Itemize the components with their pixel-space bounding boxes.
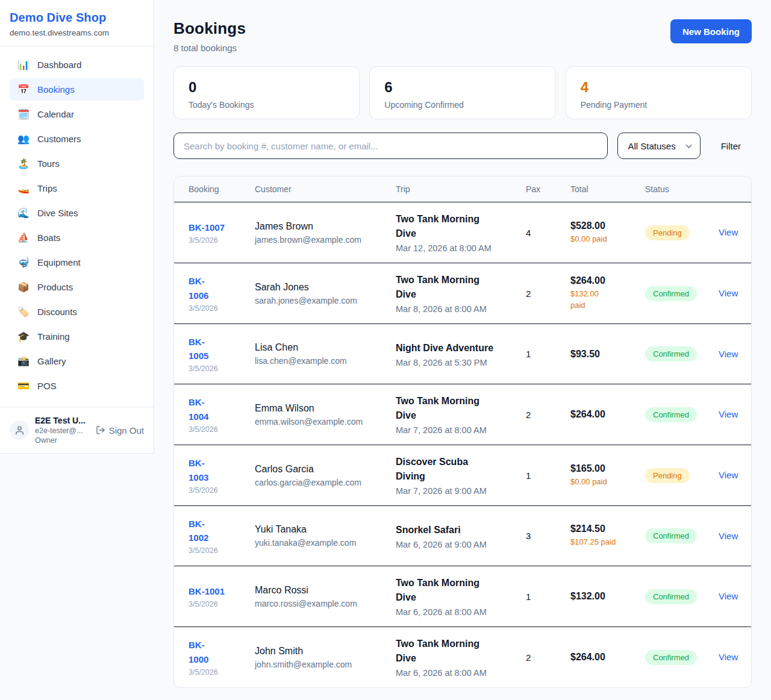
total-cell: $264.00 — [570, 409, 645, 420]
dive-sites-icon: 🌊 — [17, 208, 30, 218]
customer-email: james.brown@example.com — [255, 235, 396, 245]
customer-name: Emma Wilson — [255, 403, 396, 414]
booking-date: 3/5/2026 — [189, 304, 255, 313]
sign-out-icon — [96, 425, 105, 435]
total-cell: $264.00 $132.00 paid — [570, 275, 645, 311]
sidebar-item-training[interactable]: 🎓 Training — [10, 325, 144, 348]
table-row: BK-1007 3/5/2026 James Brown james.brown… — [174, 202, 751, 263]
status-cell: Confirmed — [645, 589, 719, 604]
booking-link[interactable]: BK- 1006 — [189, 274, 208, 302]
sidebar-item-boats[interactable]: ⛵ Boats — [10, 227, 144, 249]
trip-name: Two Tank Morning Dive — [396, 273, 526, 302]
filter-button[interactable]: Filter — [710, 133, 752, 159]
column-header-total: Total — [570, 184, 645, 194]
stat-label: Today's Bookings — [189, 100, 345, 110]
sign-out-label: Sign Out — [109, 425, 144, 436]
status-badge: Confirmed — [645, 528, 697, 543]
booking-cell: BK- 1006 3/5/2026 — [189, 274, 255, 313]
customer-email: marco.rossi@example.com — [255, 599, 396, 608]
table-row: BK- 1004 3/5/2026 Emma Wilson emma.wilso… — [174, 384, 751, 445]
customer-cell: Emma Wilson emma.wilson@example.com — [255, 403, 396, 427]
status-badge: Confirmed — [645, 589, 697, 604]
sidebar-item-pos[interactable]: 💳 POS — [10, 375, 144, 397]
sign-out-button[interactable]: Sign Out — [96, 425, 144, 436]
trip-name: Two Tank Morning Dive — [396, 212, 526, 241]
booking-date: 3/5/2026 — [189, 364, 255, 373]
booking-link[interactable]: BK- 1005 — [189, 335, 208, 363]
sidebar: Demo Dive Shop demo.test.divestreams.com… — [0, 0, 154, 454]
view-link[interactable]: View — [719, 288, 738, 298]
sidebar-item-dashboard[interactable]: 📊 Dashboard — [10, 54, 144, 76]
table-body: BK-1007 3/5/2026 James Brown james.brown… — [174, 202, 751, 687]
total-amount: $264.00 — [570, 652, 645, 663]
booking-link[interactable]: BK-1007 — [189, 220, 225, 234]
avatar — [10, 420, 29, 440]
booking-date: 3/5/2026 — [189, 600, 255, 608]
sidebar-item-label: Dive Sites — [37, 208, 78, 218]
sidebar-item-label: Training — [37, 331, 70, 342]
sidebar-item-bookings[interactable]: 📅 Bookings — [10, 78, 144, 101]
main-content: Bookings 8 total bookings New Booking 0 … — [154, 0, 771, 700]
customer-email: yuki.tanaka@example.com — [255, 538, 396, 548]
stat-value: 0 — [189, 79, 345, 96]
table-controls: All Statuses Filter — [173, 133, 752, 159]
view-link[interactable]: View — [719, 470, 738, 480]
booking-link[interactable]: BK- 1003 — [189, 456, 208, 484]
sidebar-item-calendar[interactable]: 🗓️ Calendar — [10, 103, 144, 125]
pax-count: 1 — [526, 470, 570, 481]
trip-datetime: Mar 6, 2026 at 8:00 AM — [396, 668, 526, 678]
pax-count: 2 — [526, 289, 570, 299]
sidebar-item-label: POS — [37, 381, 57, 391]
table-header-row: Booking Customer Trip Pax Total Status — [174, 177, 751, 202]
sidebar-item-trips[interactable]: 🚤 Trips — [10, 177, 144, 199]
sidebar-item-equipment[interactable]: 🤿 Equipment — [10, 251, 144, 273]
view-link[interactable]: View — [719, 591, 738, 601]
user-role: Owner — [35, 436, 90, 445]
booking-link[interactable]: BK-1001 — [189, 584, 225, 598]
customer-cell: Lisa Chen lisa.chen@example.com — [255, 342, 396, 366]
trip-cell: Two Tank Morning Dive Mar 6, 2026 at 8:0… — [396, 576, 526, 617]
sidebar-item-customers[interactable]: 👥 Customers — [10, 128, 144, 150]
column-header-customer: Customer — [255, 184, 396, 194]
page-title: Bookings — [173, 19, 246, 38]
booking-cell: BK- 1000 3/5/2026 — [189, 638, 255, 677]
sidebar-item-discounts[interactable]: 🏷️ Discounts — [10, 301, 144, 323]
booking-cell: BK- 1005 3/5/2026 — [189, 335, 255, 373]
paid-amount: $0.00 paid — [570, 234, 645, 245]
view-link[interactable]: View — [719, 409, 738, 419]
booking-date: 3/5/2026 — [189, 486, 255, 495]
pax-count: 1 — [526, 349, 570, 359]
actions-cell: View — [719, 531, 741, 542]
bookings-table: Booking Customer Trip Pax Total Status B… — [173, 176, 752, 688]
table-row: BK- 1000 3/5/2026 John Smith john.smith@… — [174, 627, 751, 687]
booking-link[interactable]: BK- 1004 — [189, 395, 208, 423]
products-icon: 📦 — [17, 283, 30, 292]
boats-icon: ⛵ — [17, 233, 30, 243]
sidebar-item-label: Dashboard — [37, 60, 81, 70]
view-link[interactable]: View — [719, 349, 738, 359]
booking-link[interactable]: BK- 1002 — [189, 517, 208, 545]
view-link[interactable]: View — [719, 531, 738, 541]
customer-name: Marco Rossi — [255, 585, 396, 596]
total-cell: $132.00 — [570, 591, 645, 602]
status-badge: Confirmed — [645, 650, 697, 665]
booking-link[interactable]: BK- 1000 — [189, 638, 208, 666]
sidebar-item-products[interactable]: 📦 Products — [10, 276, 144, 298]
column-header-pax: Pax — [526, 184, 570, 194]
status-cell: Confirmed — [645, 650, 719, 665]
search-input[interactable] — [173, 133, 608, 159]
sidebar-item-label: Tours — [37, 158, 60, 169]
trip-datetime: Mar 7, 2026 at 8:00 AM — [396, 425, 526, 435]
total-cell: $165.00 $0.00 paid — [570, 463, 645, 488]
view-link[interactable]: View — [719, 652, 738, 662]
new-booking-button[interactable]: New Booking — [670, 19, 752, 43]
status-cell: Confirmed — [645, 346, 719, 361]
sidebar-item-dive-sites[interactable]: 🌊 Dive Sites — [10, 202, 144, 224]
stat-card-pending-payment: 4 Pending Payment — [566, 66, 752, 119]
sidebar-item-gallery[interactable]: 📸 Gallery — [10, 350, 144, 372]
view-link[interactable]: View — [719, 227, 738, 237]
customer-cell: Carlos Garcia carlos.garcia@example.com — [255, 464, 396, 487]
status-badge: Confirmed — [645, 407, 697, 422]
sidebar-item-tours[interactable]: 🏝️ Tours — [10, 152, 144, 175]
status-filter-select[interactable]: All Statuses — [617, 133, 700, 159]
